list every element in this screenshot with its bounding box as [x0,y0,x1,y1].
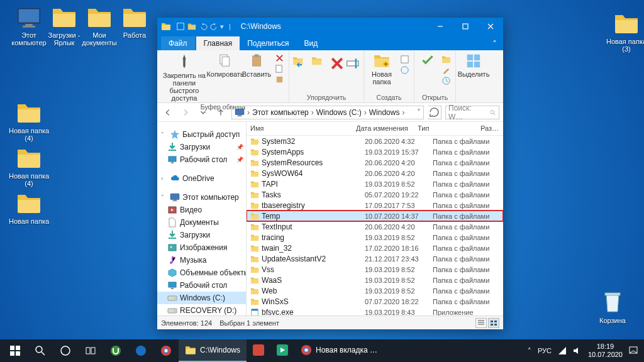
tray-volume-icon[interactable] [573,346,582,355]
table-row[interactable]: UpdateAssistantV221.12.2017 23:43Папка с… [247,253,503,264]
tab-share[interactable]: Поделиться [240,36,296,50]
rename-button[interactable] [346,54,361,73]
qat-properties-icon[interactable] [176,22,185,31]
nav-pane[interactable]: ˅Быстрый доступ Загрузки📌Рабочий стол📌 ›… [157,122,247,315]
minimize-button[interactable] [428,18,453,35]
search-button[interactable] [28,339,53,362]
table-row[interactable]: System3220.06.2020 4:32Папка с файлами [247,136,503,146]
pin-button[interactable]: Закрепить на панели быстрого доступа [160,52,209,103]
titlebar[interactable]: ▾ | C:\Windows [157,18,503,35]
nav-item[interactable]: RECOVERY (D:) [157,304,246,315]
chrome-pinned-icon[interactable] [153,339,179,362]
copy-button[interactable]: Копировать [210,52,240,79]
col-type[interactable]: Тип [414,122,477,135]
easyaccess-button[interactable] [398,65,411,75]
ribbon-collapse-button[interactable]: ˄ [488,38,501,50]
history-button[interactable] [440,75,453,86]
table-row[interactable]: bfsvc.exe19.03.2019 8:43Приложение [247,307,503,315]
nav-item[interactable]: Документы [157,216,246,229]
start-button[interactable] [3,339,28,362]
copyto-button[interactable] [311,54,328,73]
copypath-button[interactable] [273,63,286,74]
crumb-drive[interactable]: Windows (C:) [315,108,363,117]
qat-undo-icon[interactable] [199,22,208,31]
tray-notifications-icon[interactable] [629,346,638,355]
tab-view[interactable]: Вид [296,36,325,50]
taskbar-app-app2[interactable] [270,339,294,362]
tray-chevron-icon[interactable]: ˄ [528,347,531,355]
newitem-button[interactable] [398,54,411,65]
crumb-thispc[interactable]: Этот компьютер [251,108,310,117]
taskbar-app-explorer[interactable]: C:\Windows [179,339,247,362]
table-row[interactable]: Temp10.07.2020 14:37Папка с файлами [247,211,503,221]
recycle-bin[interactable]: Корзина [590,290,635,324]
table-row[interactable]: SystemApps19.03.2019 15:37Папка с файлам… [247,146,503,157]
nav-item[interactable]: Загрузки [157,229,246,241]
paste-button[interactable]: Вставить [242,52,272,79]
nav-thispc[interactable]: ˅Этот компьютер [157,191,246,204]
taskview-button[interactable] [78,339,103,362]
qat-redo-icon[interactable] [210,22,219,31]
nav-item[interactable]: Загрузки📌 [157,141,246,153]
system-tray[interactable]: ˄ РУС 18:19 10.07.2020 [528,343,641,358]
delete-button[interactable] [330,54,345,73]
taskbar-app-chrome[interactable]: Новая вкладка - G… [294,339,385,362]
tray-clock[interactable]: 18:19 10.07.2020 [588,343,623,358]
tray-network-icon[interactable] [558,346,567,355]
desktop-icon-newfolder[interactable]: Новая папка [6,191,52,225]
nav-item[interactable]: Видео [157,204,246,216]
pasteshortcut-button[interactable] [273,74,286,85]
newfolder-button[interactable]: Новая папка [367,52,397,87]
utorrent-icon[interactable] [103,339,128,362]
nav-onedrive[interactable]: ›OneDrive [157,172,246,185]
back-button[interactable] [161,106,175,119]
tab-file[interactable]: Файл [161,36,195,50]
col-name[interactable]: Имя [247,122,352,135]
table-row[interactable]: Web19.03.2019 8:52Папка с файлами [247,285,503,296]
refresh-button[interactable] [428,106,441,119]
desktop-icon-work[interactable]: Работа [112,5,157,39]
edit-button[interactable] [440,65,453,75]
nav-item[interactable]: Windows (C:) [157,292,246,304]
close-button[interactable] [478,18,503,35]
table-row[interactable]: tracing19.03.2019 8:52Папка с файлами [247,232,503,243]
crumb-folder[interactable]: Windows [368,108,401,117]
recent-button[interactable] [196,106,210,119]
properties-button[interactable] [417,52,438,70]
maximize-button[interactable] [453,18,478,35]
table-row[interactable]: SystemResources20.06.2020 4:20Папка с фа… [247,157,503,168]
nav-item[interactable]: Изображения [157,241,246,254]
cortana-button[interactable] [53,339,78,362]
qat-newfolder-icon[interactable] [187,22,196,31]
table-row[interactable]: TextInput20.06.2020 4:20Папка с файлами [247,221,503,232]
table-row[interactable]: Vss19.03.2019 8:52Папка с файлами [247,264,503,275]
nav-item[interactable]: Объемные объекты [157,266,246,279]
taskbar-app-app1[interactable] [247,339,270,362]
table-row[interactable]: TAPI19.03.2019 8:52Папка с файлами [247,178,503,189]
table-row[interactable]: WinSxS07.07.2020 18:22Папка с файлами [247,296,503,307]
tab-home[interactable]: Главная [196,36,240,50]
search-input[interactable]: Поиск: W… [445,106,499,119]
tray-lang[interactable]: РУС [538,347,552,354]
nav-item[interactable]: Рабочий стол📌 [157,153,246,166]
table-row[interactable]: SysWOW6420.06.2020 4:20Папка с файлами [247,168,503,178]
table-row[interactable]: WaaS19.03.2019 8:52Папка с файлами [247,275,503,285]
table-row[interactable]: tbaseregistry17.09.2017 7:53Папка с файл… [247,200,503,211]
desktop-icon-newfolder4[interactable]: Новая папка (4) [6,101,52,142]
up-button[interactable] [214,106,228,119]
view-details-button[interactable] [475,318,487,328]
col-date[interactable]: Дата изменения [352,122,414,135]
desktop-icon-newfolder3[interactable]: Новая папка (3) [604,11,644,53]
select-button[interactable]: Выделить [458,52,489,79]
desktop-icon-newfolder42[interactable]: Новая папка (4) [6,146,52,187]
breadcrumb[interactable]: › Этот компьютер› Windows (C:)› Windows›… [231,106,424,119]
nav-item[interactable]: Музыка [157,254,246,266]
view-icons-button[interactable] [488,318,499,328]
moveto-button[interactable] [292,54,309,73]
list-header[interactable]: Имя Дата изменения Тип Раз… [247,122,503,136]
nav-item[interactable]: Рабочий стол [157,279,246,292]
open-button[interactable] [440,54,453,65]
table-row[interactable]: Tasks05.07.2020 19:22Папка с файлами [247,189,503,200]
breadcrumb-dropdown-icon[interactable]: ˅ [417,108,421,117]
table-row[interactable]: twain_3217.02.2020 18:16Папка с файлами [247,243,503,253]
